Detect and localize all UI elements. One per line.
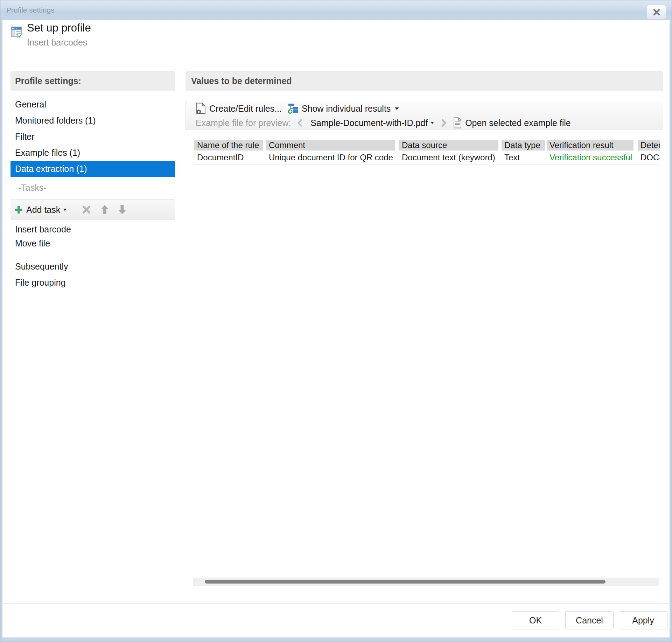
- previous-file-icon[interactable]: [297, 118, 303, 127]
- column-header-data-source[interactable]: Data source: [399, 140, 498, 151]
- sidebar-item-monitored-folders[interactable]: Monitored folders (1): [10, 112, 175, 128]
- ok-button[interactable]: OK: [512, 611, 559, 629]
- delete-task-button[interactable]: [82, 205, 91, 214]
- sidebar-item-file-grouping[interactable]: File grouping: [10, 274, 175, 291]
- column-header-verification-result[interactable]: Verification result: [547, 140, 634, 151]
- page-subtitle: Insert barcodes: [27, 37, 87, 48]
- move-task-up-button[interactable]: [100, 204, 109, 215]
- sidebar-item-subsequently[interactable]: Subsequently: [10, 258, 175, 274]
- sidebar-item-example-files[interactable]: Example files (1): [10, 145, 175, 161]
- main-panel: Values to be determined: [186, 71, 663, 165]
- close-button[interactable]: [647, 5, 666, 19]
- column-header-data-type[interactable]: Data type: [502, 140, 545, 151]
- create-edit-rules-button[interactable]: Create/Edit rules...: [196, 103, 282, 114]
- arrow-up-icon: [100, 204, 109, 215]
- example-file-selector[interactable]: Sample-Document-with-ID.pdf: [310, 118, 434, 128]
- plus-icon: [14, 205, 23, 214]
- table-header-row: Name of the rule Comment Data source Dat…: [194, 140, 660, 151]
- column-header-name[interactable]: Name of the rule: [194, 140, 263, 151]
- sidebar-item-move-file[interactable]: Move file: [10, 236, 175, 250]
- scrollbar-thumb[interactable]: [205, 580, 606, 584]
- panel-separator: [181, 71, 181, 596]
- tasks-section-label: -Tasks-: [10, 180, 175, 196]
- column-header-determined-value[interactable]: Deter: [638, 140, 660, 151]
- example-file-name: Sample-Document-with-ID.pdf: [310, 118, 428, 128]
- open-example-file-button[interactable]: Open selected example file: [453, 117, 571, 128]
- add-task-button[interactable]: Add task: [14, 205, 66, 215]
- chevron-down-icon: [63, 209, 66, 211]
- title-bar: Profile settings: [0, 0, 672, 20]
- cell-verification-result: Verification successful: [547, 153, 634, 162]
- chevron-down-icon: [430, 122, 434, 124]
- show-individual-results-label: Show individual results: [302, 104, 391, 114]
- cell-comment: Unique document ID for QR code: [266, 153, 395, 162]
- page-title: Set up profile: [27, 22, 91, 34]
- delete-x-icon: [82, 205, 91, 214]
- arrow-down-icon: [118, 204, 127, 215]
- main-toolbar: Create/Edit rules... Show individua: [186, 101, 663, 130]
- footer-separator: [2, 603, 670, 603]
- cell-data-type: Text: [502, 153, 545, 162]
- sidebar-item-insert-barcode[interactable]: Insert barcode: [10, 222, 175, 236]
- task-toolbar: Add task: [10, 199, 175, 220]
- create-edit-rules-label: Create/Edit rules...: [209, 104, 282, 114]
- column-header-comment[interactable]: Comment: [266, 140, 395, 151]
- sidebar: Profile settings: General Monitored fold…: [10, 71, 175, 291]
- results-tree-icon: [287, 103, 299, 114]
- sidebar-list: General Monitored folders (1) Filter Exa…: [10, 96, 175, 177]
- show-individual-results-button[interactable]: Show individual results: [287, 103, 399, 114]
- table-row[interactable]: DocumentID Unique document ID for QR cod…: [194, 151, 660, 165]
- cell-data-source: Document text (keyword): [399, 153, 498, 162]
- sidebar-heading: Profile settings:: [10, 71, 175, 91]
- sidebar-item-data-extraction[interactable]: Data extraction (1): [10, 161, 175, 177]
- rules-table: Name of the rule Comment Data source Dat…: [194, 140, 660, 165]
- sidebar-item-general[interactable]: General: [10, 96, 175, 112]
- cancel-button[interactable]: Cancel: [565, 611, 614, 629]
- setup-profile-icon: [11, 26, 23, 39]
- rules-toolbar-row: Create/Edit rules... Show individua: [186, 101, 663, 116]
- example-file-label: Example file for preview:: [196, 118, 291, 128]
- open-example-file-label: Open selected example file: [465, 118, 571, 128]
- next-file-icon[interactable]: [441, 118, 447, 127]
- close-icon: [653, 9, 660, 15]
- dialog-content: Set up profile Insert barcodes Profile s…: [2, 20, 670, 637]
- horizontal-scrollbar[interactable]: [193, 578, 659, 586]
- main-heading: Values to be determined: [186, 71, 663, 91]
- profile-settings-dialog: Profile settings Set up profile Insert b…: [0, 0, 672, 642]
- sidebar-divider: [17, 254, 118, 254]
- cell-rule-name: DocumentID: [194, 153, 263, 162]
- chevron-down-icon: [395, 107, 399, 110]
- cell-determined-value: DOC-: [638, 153, 660, 162]
- document-icon: [453, 117, 462, 128]
- add-task-label: Add task: [26, 205, 60, 215]
- sidebar-item-filter[interactable]: Filter: [10, 128, 175, 145]
- document-gear-icon: [196, 103, 206, 114]
- apply-button[interactable]: Apply: [619, 611, 667, 629]
- window-title: Profile settings: [6, 0, 55, 20]
- preview-toolbar-row: Example file for preview: Sample-Documen…: [186, 116, 663, 130]
- move-task-down-button[interactable]: [118, 204, 127, 215]
